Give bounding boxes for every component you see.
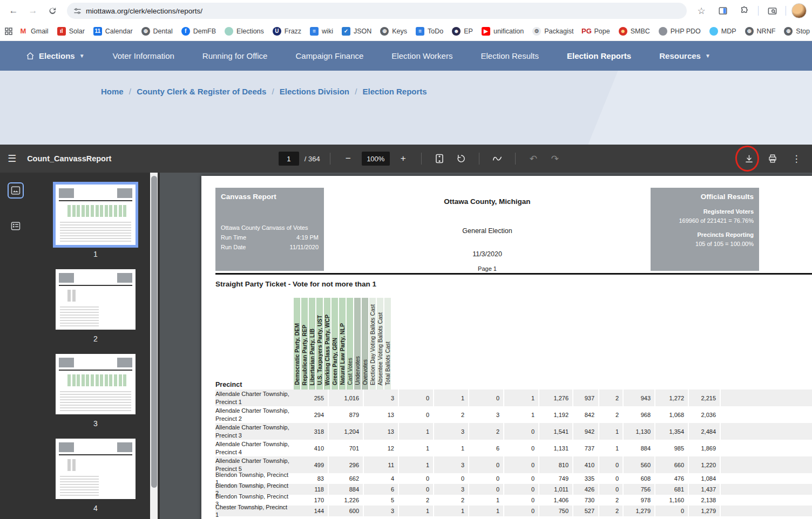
cell-lib: 3 [364,390,399,406]
bookmark[interactable]: 11 Calendar [90,25,137,37]
bookmark-star-icon[interactable]: ☆ [693,3,709,19]
print-button[interactable] [764,151,781,167]
bookmark[interactable]: ⊕ NRNF [741,25,780,37]
thumbnail-image [56,439,136,499]
nav-election-reports[interactable]: Election Reports [553,46,645,66]
bookmark[interactable]: ≡ wiki [306,25,337,37]
search-tabs-icon[interactable] [764,3,780,19]
more-options-icon[interactable]: ⋮ [788,151,804,167]
fit-page-icon[interactable] [431,151,448,167]
outline-view-icon[interactable] [9,219,23,233]
thumbnail-list: 1 2 3 [31,173,160,519]
reload-icon[interactable] [44,3,60,19]
nav-label: Voter Information [113,51,174,60]
download-button[interactable] [741,151,757,167]
sidebar-scrollbar[interactable] [150,173,158,519]
breadcrumb-separator: / [126,87,134,96]
menu-icon[interactable]: ☰ [8,153,16,165]
bookmark[interactable]: U Frazz [269,25,305,37]
nav-elections[interactable]: Elections ▼ [12,46,99,66]
bookmark[interactable]: f DemFB [178,25,220,37]
bookmark[interactable]: ⊕ Dental [138,25,177,37]
cell-dem: 294 [294,406,329,423]
bookmark[interactable]: M Gmail [15,25,52,37]
cell-dem: 410 [294,440,329,456]
page-thumbnail[interactable]: 4 [56,439,136,513]
bookmark-label: Stop [796,28,810,35]
pdf-page: Canvass Report Ottawa County Canvass of … [201,176,812,519]
profile-avatar[interactable] [791,3,807,18]
zoom-in-button[interactable]: + [395,151,411,167]
bookmark-favicon: ≡ [310,27,319,36]
apps-grid-icon[interactable] [4,24,13,38]
nav-running-for-office[interactable]: Running for Office [188,46,282,66]
breadcrumb-county-clerk[interactable]: County Clerk & Register of Deeds [137,87,266,96]
page-thumbnail[interactable]: 1 [56,185,136,258]
cell-dem: 170 [294,495,329,506]
chevron-down-icon: ▼ [705,53,710,59]
cell-nlp: 0 [504,484,539,495]
redo-icon[interactable]: ↷ [547,151,563,167]
contest-title: Straight Party Ticket - Vote for not mor… [215,280,812,288]
undo-icon[interactable]: ↶ [525,151,542,167]
breadcrumb-elections-division[interactable]: Elections Division [280,87,349,96]
back-icon[interactable]: ← [5,3,22,19]
bookmark[interactable]: ✓ JSON [338,25,375,37]
cell-nlp: 0 [504,423,539,440]
page-thumbnail[interactable]: 2 [56,269,136,343]
forward-icon[interactable]: → [25,3,41,19]
bookmark-favicon: ıl [57,27,66,36]
chevron-down-icon: ▼ [79,53,85,59]
bookmark[interactable]: ⊕ Keys [376,25,411,37]
cell-lib: 3 [364,506,399,516]
page-thumbnail[interactable]: 3 [56,354,136,428]
nav-voter-information[interactable]: Voter Information [99,46,188,66]
annotate-icon[interactable] [489,151,505,167]
thumbnail-view-icon[interactable] [9,183,23,197]
cell-overvotes: 0 [599,473,624,484]
cell-election-day-ballots: 1,130 [624,423,655,440]
cell-absentee-ballots: 0 [655,506,689,516]
cell-nlp: 0 [504,473,539,484]
cell-dem: 144 [294,506,329,516]
bookmark[interactable]: PG Pope [578,25,613,37]
cell-overvotes: 0 [599,456,624,473]
cell-dem: 499 [294,456,329,473]
thumbnail-page-number: 2 [93,334,98,343]
cell-grn: 0 [469,484,504,495]
cell-ust: 1 [399,423,434,440]
cell-grn: 1 [469,506,504,516]
page-number-input[interactable] [279,152,299,166]
bookmark[interactable]: ⊕ Stop [780,25,812,37]
thumbnail-page-number: 3 [93,419,98,428]
side-panel-icon[interactable] [715,3,731,19]
bookmark-label: DemFB [193,28,216,35]
divider [330,153,330,165]
nav-election-workers[interactable]: Election Workers [377,46,466,66]
table-header: Precinct Democratic Party, DEM Republica… [215,298,812,390]
nav-resources[interactable]: Resources ▼ [645,46,725,66]
bookmark[interactable]: ☻ SMBC [615,25,654,37]
nav-campaign-finance[interactable]: Campaign Finance [281,46,377,66]
cell-undervotes: 942 [573,423,599,440]
cell-lib: 13 [364,423,399,440]
bookmark[interactable]: ▶ unification [478,25,527,37]
breadcrumb-election-reports[interactable]: Election Reports [363,87,427,96]
breadcrumb-home[interactable]: Home [101,87,124,96]
bookmark[interactable]: ıl Solar [53,25,89,37]
nav-election-results[interactable]: Election Results [466,46,553,66]
site-info-icon[interactable] [73,7,82,15]
bookmark[interactable]: PHP PDO [655,25,705,37]
column-header: Absentee Voting Ballots Cast [377,298,384,390]
bookmark[interactable]: MDP [706,25,740,37]
rotate-icon[interactable] [453,151,469,167]
extensions-icon[interactable] [736,3,753,19]
bookmark[interactable]: Elections [221,25,268,37]
bookmark[interactable]: ≡ ToDo [412,25,447,37]
report-header: Canvass Report Ottawa County Canvass of … [215,188,812,271]
bookmark[interactable]: ☻ EP [448,25,477,37]
zoom-out-button[interactable]: − [340,151,356,167]
zoom-level[interactable]: 100% [362,152,390,166]
url-bar[interactable]: miottawa.org/clerk/elections/reports/ [67,3,687,19]
bookmark[interactable]: ⚙ Packagist [529,25,577,37]
